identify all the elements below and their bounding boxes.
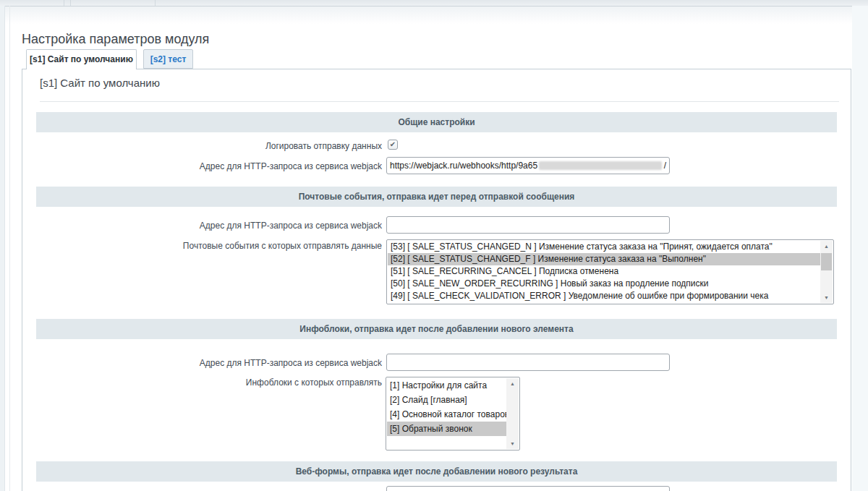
log-checkbox[interactable]: ✔ [388, 140, 398, 150]
scrollbar-thumb[interactable] [821, 253, 832, 270]
topbar-separator [70, 0, 71, 6]
mail-events-listbox[interactable]: [53] [ SALE_STATUS_CHANGED_N ] Изменение… [386, 239, 834, 304]
webhook-url-input-general[interactable]: https://webjack.ru/webhooks/http/9a65 / [386, 157, 670, 174]
heading-divider [40, 101, 839, 102]
section-header-mail-events: Почтовые события, отправка идет перед от… [36, 187, 837, 207]
infoblocks-listbox[interactable]: [1] Настройки для сайта [2] Слайд [главн… [386, 377, 520, 451]
scrollbar[interactable]: ▲ ▼ [820, 241, 833, 303]
webhook-url-label-infoblocks: Адрес для HTTP-запроса из сервиса webjac… [36, 358, 382, 368]
mail-event-option[interactable]: [51] [ SALE_RECURRING_CANCEL ] Подписка … [388, 265, 820, 278]
left-edge-strip [0, 6, 5, 491]
top-edge-bar [0, 0, 868, 7]
mail-event-option[interactable]: [49] [ SALE_CHECK_VALIDATION_ERROR ] Уве… [388, 290, 820, 302]
check-icon: ✔ [388, 140, 397, 149]
workarea-left-hairline [9, 6, 10, 491]
scroll-down-icon[interactable]: ▼ [506, 438, 519, 449]
section-header-general: Общие настройки [36, 112, 837, 132]
mail-event-option[interactable]: [53] [ SALE_STATUS_CHANGED_N ] Изменение… [388, 241, 820, 253]
mail-event-option[interactable]: [50] [ SALE_NEW_ORDER_RECURRING ] Новый … [388, 278, 820, 290]
section-header-infoblocks: Инфоблоки, отправка идет после добавлени… [36, 319, 837, 339]
infoblocks-list-label: Инфоблоки с которых отправлять [36, 377, 382, 388]
infoblock-option[interactable]: [2] Слайд [главная] [387, 393, 506, 407]
topbar-separator [155, 0, 156, 6]
scroll-down-icon[interactable]: ▼ [820, 292, 833, 303]
mail-events-list-label: Почтовые события с которых отправлять да… [36, 241, 382, 251]
scrollbar[interactable]: ▲ ▼ [506, 378, 519, 449]
infoblock-option[interactable]: [4] Основной каталог товаров [387, 407, 506, 422]
right-margin-tint [852, 6, 868, 491]
mail-event-option-selected[interactable]: [52] [ SALE_STATUS_CHANGED_F ] Изменение… [388, 253, 820, 265]
webhook-url-label-mail: Адрес для HTTP-запроса из сервиса webjac… [36, 221, 382, 231]
log-checkbox-label: Логировать отправку данных [36, 141, 382, 151]
webhook-url-input-mail[interactable] [386, 216, 670, 234]
topbar-separator [64, 0, 64, 6]
scroll-up-icon[interactable]: ▲ [506, 378, 519, 389]
scroll-up-icon[interactable]: ▲ [820, 241, 833, 252]
panel-heading: [s1] Сайт по умолчанию [40, 77, 160, 89]
section-header-webforms: Веб-формы, отправка идет после добавлени… [36, 461, 837, 482]
infoblock-option-selected[interactable]: [5] Обратный звонок [387, 422, 506, 436]
webhook-url-suffix: / [664, 161, 666, 171]
webhook-url-value: https://webjack.ru/webhooks/http/9a65 [390, 161, 537, 171]
page-title: Настройка параметров модуля [22, 32, 209, 47]
tab-site-test[interactable]: [s2] тест [143, 49, 193, 69]
infoblock-option[interactable]: [1] Настройки для сайта [387, 378, 506, 393]
webhook-url-input-webforms[interactable] [386, 486, 670, 491]
webhook-url-label-general: Адрес для HTTP-запроса из сервиса webjac… [36, 161, 382, 171]
top-gradient [0, 7, 868, 24]
webhook-url-input-infoblocks[interactable] [386, 354, 670, 371]
tab-site-default[interactable]: [s1] Сайт по умолчанию [26, 49, 137, 69]
redacted-token [539, 161, 662, 170]
